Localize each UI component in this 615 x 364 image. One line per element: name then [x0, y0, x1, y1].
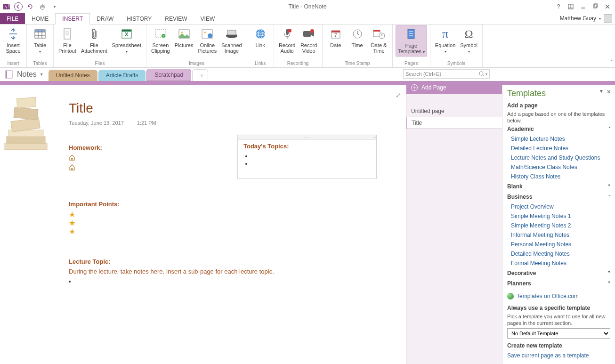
pane-options-icon[interactable]: ▼	[599, 89, 604, 95]
collapse-ribbon-icon[interactable]: ˆ	[610, 60, 612, 66]
link-button[interactable]: Link	[250, 25, 271, 49]
container-resize-icon[interactable]: ↔	[373, 135, 377, 139]
svg-rect-65	[14, 107, 38, 120]
template-link[interactable]: Lecture Notes and Study Questions	[511, 153, 610, 162]
template-category-blank[interactable]: Blank˅	[507, 181, 610, 192]
date-time-button[interactable]: Date & Time	[369, 25, 389, 55]
online-pictures-button[interactable]: Online Pictures	[196, 25, 218, 55]
search-input[interactable]: Search (Ctrl+E) ▾	[403, 69, 490, 79]
template-link[interactable]: Formal Meeting Notes	[511, 259, 610, 268]
template-category-academic[interactable]: Academicˆ	[507, 124, 610, 134]
todays-topics-container[interactable]: ↔ Today's Topics:	[237, 135, 377, 179]
section-tab-scratchpad[interactable]: Scratchpad	[146, 69, 191, 81]
tab-review[interactable]: REVIEW	[158, 13, 194, 24]
add-page-button[interactable]: + Add Page	[406, 81, 502, 94]
template-link[interactable]: Project Overview	[511, 202, 610, 211]
template-link[interactable]: Personal Meeting Notes	[511, 240, 610, 249]
tab-home[interactable]: HOME	[25, 13, 55, 24]
list-item[interactable]	[252, 160, 371, 168]
close-icon[interactable]	[602, 2, 613, 11]
add-section-button[interactable]: +	[192, 69, 208, 81]
tab-insert[interactable]: INSERT	[55, 13, 90, 24]
time-button[interactable]: Time	[347, 25, 368, 49]
important-points-section[interactable]: Important Points: ★ ★ ★	[69, 201, 120, 236]
default-template-select[interactable]: No Default Template	[507, 328, 610, 339]
homework-section[interactable]: Homework:	[69, 144, 102, 174]
svg-point-28	[181, 32, 183, 33]
spreadsheet-button[interactable]: XSpreadsheet▾	[110, 25, 143, 56]
symbol-button[interactable]: ΩSymbol▾	[458, 25, 479, 56]
star-icon: ★	[69, 219, 120, 227]
tab-history[interactable]: HISTORY	[120, 13, 158, 24]
expand-page-icon[interactable]: ⤢	[396, 91, 401, 99]
template-link[interactable]: Simple Meeting Notes 1	[511, 211, 610, 221]
page-list-item[interactable]: Untitled page	[406, 105, 502, 117]
undo-icon[interactable]	[25, 2, 35, 11]
online-pictures-icon	[200, 26, 215, 41]
container-drag-handle[interactable]: ↔	[238, 135, 376, 140]
svg-rect-33	[227, 30, 236, 35]
qat-customize-icon[interactable]: ▾	[50, 2, 59, 11]
template-link[interactable]: Simple Meeting Notes 2	[511, 221, 610, 230]
page-templates-icon	[404, 27, 419, 42]
globe-icon	[507, 293, 514, 299]
spreadsheet-icon: X	[119, 26, 134, 41]
section-tab-drafts[interactable]: Article Drafts	[98, 70, 146, 81]
equation-button[interactable]: πEquation▾	[433, 25, 457, 56]
file-printout-button[interactable]: File Printout	[57, 25, 78, 55]
tab-file[interactable]: FILE	[0, 13, 25, 24]
minimize-icon[interactable]	[577, 2, 589, 11]
template-category-planners[interactable]: Planners˅	[507, 278, 610, 289]
record-audio-button[interactable]: Record Audio	[277, 25, 298, 55]
page-title[interactable]: Title	[69, 101, 370, 117]
page-list-item[interactable]: Title	[406, 117, 502, 129]
insert-space-button[interactable]: Insert Space	[3, 25, 24, 55]
close-pane-icon[interactable]: ✕	[607, 89, 611, 95]
tab-draw[interactable]: DRAW	[90, 13, 120, 24]
list-item[interactable]	[252, 153, 371, 160]
template-link[interactable]: Math/Science Class Notes	[511, 162, 610, 172]
template-link[interactable]: Informal Meeting Notes	[511, 230, 610, 240]
svg-point-42	[310, 29, 314, 33]
template-link[interactable]: Detailed Meeting Notes	[511, 249, 610, 259]
video-icon	[301, 26, 316, 41]
table-button[interactable]: Table▾	[30, 25, 50, 56]
user-account[interactable]: Matthew Guay ▾	[560, 14, 612, 23]
template-category-business[interactable]: Businessˆ	[507, 192, 610, 202]
page-canvas[interactable]: ⤢ Title Tuesday, June 13, 20171:21 PM Ho…	[0, 85, 406, 364]
ribbon: Insert Space Insert Table▾ Tables File P…	[0, 24, 615, 68]
template-link[interactable]: Simple Lecture Notes	[511, 134, 610, 144]
svg-text:7: 7	[334, 33, 337, 38]
ribbon-display-icon[interactable]	[565, 2, 576, 11]
tab-view[interactable]: VIEW	[194, 13, 222, 24]
notebook-selector[interactable]: Notes ▼	[0, 68, 49, 81]
scanned-image-button[interactable]: Scanned Image	[219, 25, 243, 55]
template-link[interactable]: Detailed Lecture Notes	[511, 144, 610, 153]
back-icon[interactable]	[14, 2, 23, 11]
svg-rect-17	[64, 29, 71, 39]
plus-circle-icon: +	[411, 84, 418, 91]
touch-mode-icon[interactable]	[38, 2, 47, 11]
record-video-button[interactable]: Record Video	[299, 25, 319, 55]
templates-title: Templates	[507, 89, 610, 98]
maximize-icon[interactable]	[590, 2, 601, 11]
template-link[interactable]: History Class Notes	[511, 172, 610, 181]
date-button[interactable]: 7Date	[325, 25, 346, 49]
lecture-topic-section[interactable]: Lecture Topic: During the lecture, take …	[69, 258, 274, 284]
file-attachment-button[interactable]: File Attachment	[79, 25, 109, 55]
templates-office-link[interactable]: Templates on Office.com	[517, 291, 579, 301]
svg-rect-16	[35, 30, 45, 32]
svg-rect-41	[303, 31, 311, 37]
svg-text:+: +	[162, 34, 164, 38]
template-category-decorative[interactable]: Decorative˅	[507, 268, 610, 278]
avatar	[604, 14, 612, 23]
chevron-down-icon: ˅	[608, 184, 610, 189]
help-icon[interactable]: ?	[553, 2, 564, 11]
list-item[interactable]	[75, 278, 274, 284]
section-tab-unfiled[interactable]: Unfiled Notes	[49, 70, 97, 81]
save-template-link[interactable]: Save current page as a template	[507, 351, 610, 360]
pictures-button[interactable]: Pictures	[173, 25, 195, 49]
screen-clipping-button[interactable]: +Screen Clipping	[149, 25, 172, 55]
star-icon: ★	[69, 210, 120, 219]
page-templates-button[interactable]: Page Templates ▾	[396, 25, 427, 57]
